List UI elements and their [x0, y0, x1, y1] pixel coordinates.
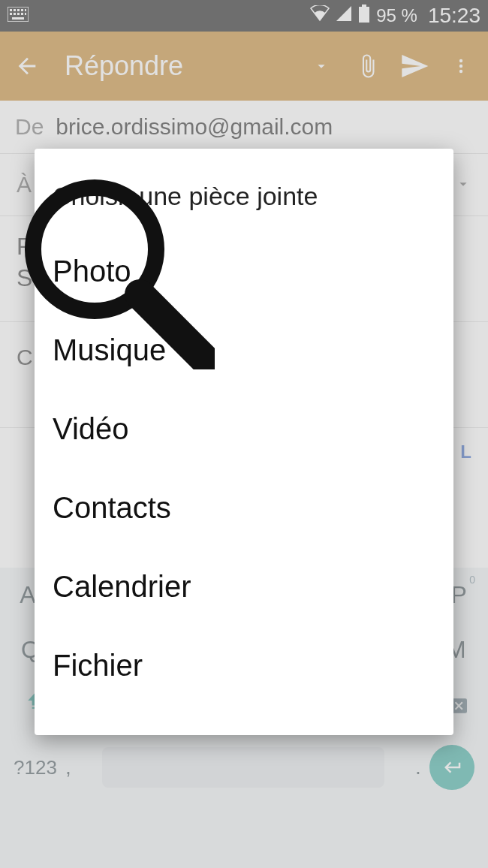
dialog-item-contacts[interactable]: Contacts — [35, 469, 453, 547]
dialog-item-musique[interactable]: Musique — [35, 311, 453, 390]
dialog-title: Choisir une pièce jointe — [35, 173, 453, 232]
dialog-item-calendrier[interactable]: Calendrier — [35, 547, 453, 626]
attachment-picker-dialog: Choisir une pièce jointe Photo Musique V… — [35, 149, 453, 735]
dialog-item-fichier[interactable]: Fichier — [35, 626, 453, 705]
dialog-item-photo[interactable]: Photo — [35, 232, 453, 311]
dialog-item-video[interactable]: Vidéo — [35, 390, 453, 469]
